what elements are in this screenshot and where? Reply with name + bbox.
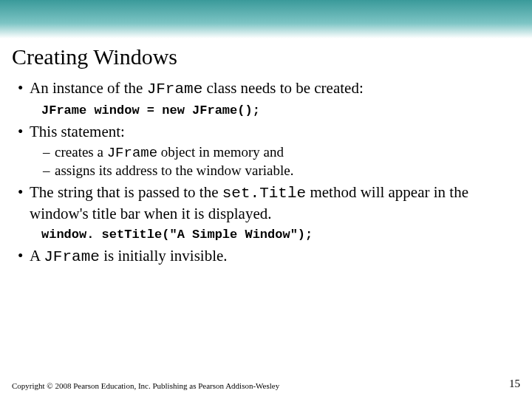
bullet-2: This statement: creates a JFrame object … bbox=[18, 122, 514, 180]
b3-code: set.Title bbox=[222, 185, 306, 202]
page-number: 15 bbox=[509, 378, 520, 390]
b4-post: is initially invisible. bbox=[100, 247, 228, 265]
code-line-1: JFrame window = new JFrame(); bbox=[30, 103, 514, 119]
sub-2: assigns its address to the window variab… bbox=[30, 162, 514, 180]
sub1-code: JFrame bbox=[107, 145, 157, 161]
sub-1: creates a JFrame object in memory and bbox=[30, 143, 514, 162]
b4-pre: A bbox=[30, 247, 44, 265]
sub1-pre: creates a bbox=[55, 144, 107, 160]
sub1-post: object in memory and bbox=[157, 144, 284, 160]
b1-post: class needs to be created: bbox=[202, 79, 364, 97]
code-line-2: window. setTitle("A Simple Window"); bbox=[30, 227, 514, 243]
bullet-3: The string that is passed to the set.Tit… bbox=[18, 183, 514, 243]
bullet-list: An instance of the JFrame class needs to… bbox=[18, 78, 514, 267]
b2-text: This statement: bbox=[30, 123, 125, 140]
b3-pre: The string that is passed to the bbox=[30, 183, 222, 201]
slide-title: Creating Windows bbox=[0, 38, 532, 78]
copyright-text: Copyright © 2008 Pearson Education, Inc.… bbox=[12, 381, 279, 390]
b4-code: JFrame bbox=[44, 248, 100, 265]
b1-code: JFrame bbox=[147, 81, 203, 98]
b1-pre: An instance of the bbox=[30, 79, 147, 97]
sub-list: creates a JFrame object in memory and as… bbox=[30, 143, 514, 180]
bullet-1: An instance of the JFrame class needs to… bbox=[18, 78, 514, 119]
header-gradient bbox=[0, 0, 532, 38]
footer: Copyright © 2008 Pearson Education, Inc.… bbox=[12, 378, 520, 390]
slide-content: An instance of the JFrame class needs to… bbox=[0, 78, 532, 267]
bullet-4: A JFrame is initially invisible. bbox=[18, 246, 514, 267]
